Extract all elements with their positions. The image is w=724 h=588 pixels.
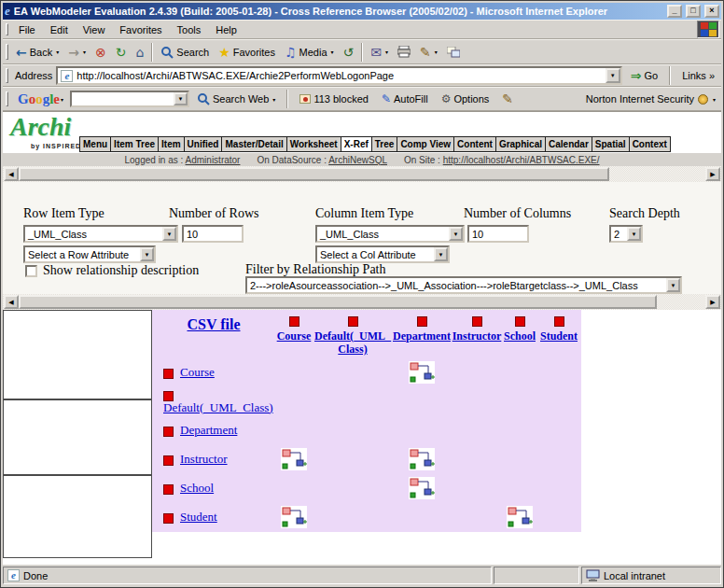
tab-worksheet[interactable]: Worksheet	[286, 136, 341, 152]
menu-item-tools[interactable]: Tools	[170, 21, 209, 38]
popup-blocked-button[interactable]: 113 blocked	[295, 89, 373, 109]
highlight-button[interactable]: ✎	[497, 89, 518, 109]
menubar-grip[interactable]	[6, 23, 8, 35]
matrix-cell[interactable]	[275, 445, 313, 474]
tab-spatial[interactable]: Spatial	[592, 136, 630, 152]
menu-item-view[interactable]: View	[76, 21, 113, 38]
dropdown-arrow-icon[interactable]: ▼	[449, 227, 463, 241]
dropdown-arrow-icon[interactable]: ▼	[627, 227, 641, 241]
google-search-input[interactable]: ▼	[70, 91, 189, 107]
number-of-rows-input[interactable]: 10	[182, 225, 244, 243]
search-web-dropdown-icon[interactable]: ▾	[272, 96, 275, 103]
matrix-row-link[interactable]: Default(_UML_Class)	[163, 400, 273, 414]
tab-item[interactable]: Item	[158, 136, 185, 152]
menu-item-file[interactable]: File	[11, 21, 43, 38]
tab-content[interactable]: Content	[453, 136, 496, 152]
col-attribute-select[interactable]: Select a Col Attribute ▼	[315, 245, 450, 263]
close-button[interactable]: ×	[704, 5, 719, 18]
tab-master-detail[interactable]: Master/Detail	[221, 136, 286, 152]
mail-button[interactable]: ✉ ▾	[366, 42, 393, 63]
google-search-dropdown-icon[interactable]: ▼	[174, 92, 188, 105]
search-depth-select[interactable]: 2 ▼	[609, 225, 643, 243]
address-input[interactable]: e http://localhost/Archi/ABTWSAC.EXE/Arc…	[56, 66, 621, 85]
logged-in-user-link[interactable]: Administrator	[186, 155, 241, 165]
addressbar-grip[interactable]	[6, 68, 8, 82]
stop-button[interactable]: ⊗	[90, 42, 111, 63]
matrix-cell[interactable]	[393, 445, 451, 474]
matrix-col-link[interactable]: Department	[393, 329, 451, 343]
matrix-col-link[interactable]: Instructor	[452, 329, 502, 343]
csv-file-link[interactable]: CSV file	[187, 316, 240, 332]
norton-dropdown-icon[interactable]: ▾	[713, 96, 716, 103]
scroll-right-button[interactable]: ▶	[705, 167, 720, 181]
links-button[interactable]: Links »	[677, 65, 719, 86]
back-dropdown-icon[interactable]: ▾	[56, 49, 59, 55]
matrix-col-link[interactable]: School	[504, 329, 536, 343]
matrix-cell[interactable]	[275, 503, 313, 532]
matrix-row-link[interactable]: School	[180, 481, 214, 495]
tab-calendar[interactable]: Calendar	[545, 136, 592, 152]
forward-dropdown-icon[interactable]: ▾	[83, 49, 86, 55]
home-button[interactable]: ⌂	[131, 42, 148, 63]
dropdown-arrow-icon[interactable]: ▼	[434, 247, 448, 261]
scroll-left-button[interactable]: ◀	[4, 167, 19, 181]
tab-unified[interactable]: Unified	[184, 136, 223, 152]
edit-button[interactable]: ✎ ▾	[415, 42, 442, 63]
scrollbar-thumb[interactable]	[19, 167, 609, 181]
print-button[interactable]	[393, 42, 415, 63]
tab-tree[interactable]: Tree	[371, 136, 398, 152]
tab-item-tree[interactable]: Item Tree	[110, 136, 159, 152]
matrix-row-link[interactable]: Department	[180, 423, 237, 437]
row-item-type-select[interactable]: _UML_Class ▼	[23, 225, 178, 243]
maximize-button[interactable]: □	[686, 5, 701, 18]
toolbar-grip[interactable]	[6, 44, 8, 61]
matrix-col-link[interactable]: Student	[540, 329, 578, 343]
menu-item-favorites[interactable]: Favorites	[112, 21, 169, 38]
upper-horizontal-scrollbar[interactable]: ◀ ▶	[3, 166, 721, 182]
media-button[interactable]: ♫ Media ▾	[280, 42, 339, 63]
norton-toolbar[interactable]: Norton Internet Security ▾	[582, 93, 719, 105]
mail-dropdown-icon[interactable]: ▾	[385, 49, 388, 55]
back-button[interactable]: ← Back ▾	[11, 42, 63, 63]
go-button[interactable]: ⇒ Go	[626, 65, 662, 86]
scroll-left-button[interactable]: ◀	[4, 295, 19, 309]
favorites-button[interactable]: ★ Favorites	[214, 42, 280, 63]
dropdown-arrow-icon[interactable]: ▼	[140, 247, 154, 261]
dropdown-arrow-icon[interactable]: ▼	[666, 278, 680, 292]
tab-context[interactable]: Context	[629, 136, 671, 152]
matrix-cell[interactable]	[393, 474, 451, 503]
googlebar-grip[interactable]	[6, 91, 8, 107]
matrix-col-link[interactable]: Course	[277, 329, 312, 343]
tab-comp-view[interactable]: Comp View	[397, 136, 454, 152]
history-button[interactable]: ↺	[339, 42, 359, 63]
matrix-row-link[interactable]: Student	[180, 510, 217, 524]
matrix-row-link[interactable]: Course	[180, 365, 215, 379]
datasource-link[interactable]: ArchiNewSQL	[328, 155, 387, 165]
google-dropdown-icon[interactable]: ▾	[61, 96, 63, 103]
matrix-col-link[interactable]: Default(_UML_Class)	[314, 329, 391, 356]
edit-dropdown-icon[interactable]: ▾	[435, 49, 438, 55]
menu-item-help[interactable]: Help	[208, 21, 244, 38]
column-item-type-select[interactable]: _UML_Class ▼	[315, 225, 465, 243]
scroll-right-button[interactable]: ▶	[705, 295, 720, 309]
dropdown-arrow-icon[interactable]: ▼	[162, 227, 176, 241]
filter-path-select[interactable]: 2--->roleAsourceassociation-->_UML_Assoc…	[245, 276, 682, 294]
media-dropdown-icon[interactable]: ▾	[331, 49, 334, 55]
tab-menu[interactable]: Menu	[79, 136, 111, 152]
autofill-button[interactable]: ✎ AutoFill	[377, 89, 433, 109]
menu-item-edit[interactable]: Edit	[43, 21, 76, 38]
lower-horizontal-scrollbar[interactable]: ◀ ▶	[3, 294, 721, 310]
discuss-button[interactable]	[442, 42, 465, 63]
address-dropdown-icon[interactable]: ▼	[606, 68, 620, 83]
options-button[interactable]: ⚙ Options	[437, 89, 494, 109]
google-logo[interactable]: Google ▾	[15, 91, 66, 107]
refresh-button[interactable]: ↻	[111, 42, 132, 63]
minimize-button[interactable]: _	[667, 5, 682, 18]
show-relationship-checkbox[interactable]	[25, 265, 37, 277]
search-button[interactable]: Search	[156, 42, 214, 63]
forward-button[interactable]: → ▾	[63, 42, 90, 63]
row-attribute-select[interactable]: Select a Row Attribute ▼	[23, 245, 156, 263]
matrix-row-link[interactable]: Instructor	[180, 452, 228, 466]
site-link[interactable]: http://localhost/Archi/ABTWSAC.EXE/	[443, 155, 600, 165]
tab-x-ref[interactable]: X-Ref	[341, 136, 372, 152]
